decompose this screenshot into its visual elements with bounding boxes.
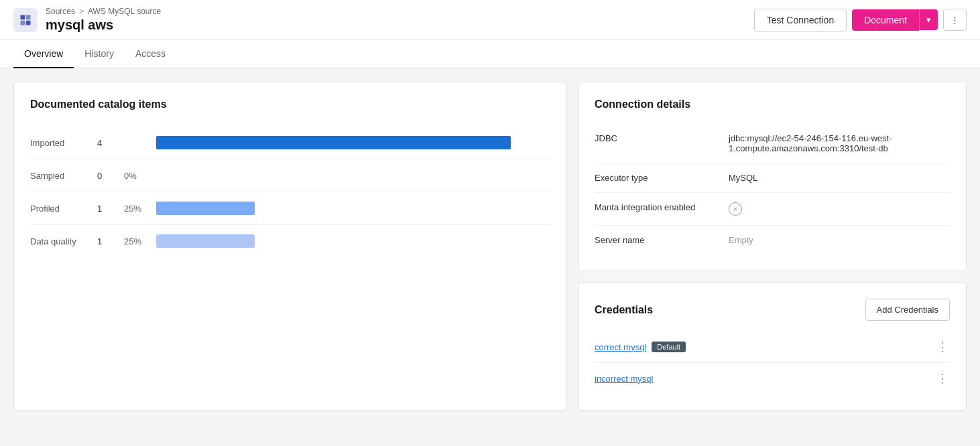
breadcrumb: Sources > AWS MySQL source [46, 7, 161, 16]
detail-value-jdbc: jdbc:mysql://ec2-54-246-154-116.eu-west-… [729, 133, 950, 153]
credentials-title: Credentials [595, 304, 653, 316]
credentials-header: Credentials Add Credentials [595, 299, 950, 321]
metric-row-dataquality: Data quality 1 25% [30, 225, 550, 257]
chevron-down-icon: ▾ [926, 15, 931, 25]
manta-x-icon: × [729, 202, 742, 216]
metric-row-profiled: Profiled 1 25% [30, 192, 550, 225]
metric-bar-dataquality-container [156, 234, 550, 248]
tab-access[interactable]: Access [125, 40, 176, 68]
detail-value-server: Empty [729, 235, 753, 245]
svg-rect-0 [21, 15, 25, 19]
detail-row-executor: Executor type MySQL [595, 163, 950, 193]
detail-value-manta: × [729, 202, 742, 216]
metric-row-sampled: Sampled 0 0% [30, 159, 550, 192]
metric-bar-imported-container [156, 136, 550, 149]
credential-item-correct-mysql-left: correct mysql Default [595, 342, 686, 352]
breadcrumb-separator: > [79, 7, 84, 16]
svg-rect-2 [21, 20, 25, 25]
credential-default-badge: Default [652, 342, 686, 352]
credential-menu-icon-correct[interactable]: ⋮ [936, 340, 950, 354]
metric-label-imported: Imported [30, 138, 97, 148]
detail-label-manta: Manta integration enabled [595, 202, 729, 216]
add-credentials-button[interactable]: Add Credentials [865, 299, 951, 321]
metric-bar-profiled [156, 202, 255, 215]
metric-bar-imported [156, 136, 511, 149]
app-logo-icon [13, 8, 38, 32]
more-options-button[interactable]: ⋮ [943, 9, 967, 31]
metric-bar-profiled-container [156, 202, 550, 215]
connection-details-card: Connection details JDBC jdbc:mysql://ec2… [578, 82, 967, 271]
documented-catalog-panel: Documented catalog items Imported 4 Samp… [13, 82, 567, 411]
detail-label-executor: Executor type [595, 173, 729, 183]
credential-item-correct-mysql: correct mysql Default ⋮ [595, 331, 950, 363]
metric-value-imported: 4 [97, 138, 124, 148]
detail-row-server: Server name Empty [595, 226, 950, 254]
svg-rect-1 [26, 15, 31, 19]
right-panel: Connection details JDBC jdbc:mysql://ec2… [578, 82, 967, 411]
metric-value-profiled: 1 [97, 204, 124, 214]
credential-item-incorrect-mysql: incorrect mysql ⋮ [595, 363, 950, 394]
document-chevron-button[interactable]: ▾ [919, 9, 938, 30]
detail-value-executor: MySQL [729, 173, 757, 183]
title-block: Sources > AWS MySQL source mysql aws [46, 7, 161, 33]
metric-row-imported: Imported 4 [30, 127, 550, 159]
header: Sources > AWS MySQL source mysql aws Tes… [0, 0, 980, 40]
breadcrumb-parent[interactable]: Sources [46, 7, 75, 16]
document-button-group: Document ▾ [852, 9, 938, 31]
metric-label-profiled: Profiled [30, 204, 97, 214]
credential-name-correct-mysql[interactable]: correct mysql [595, 342, 646, 352]
ellipsis-icon: ⋮ [951, 15, 959, 25]
metric-label-dataquality: Data quality [30, 236, 97, 246]
metric-value-dataquality: 1 [97, 236, 124, 246]
metric-label-sampled: Sampled [30, 171, 97, 181]
detail-label-jdbc: JDBC [595, 133, 729, 153]
metric-pct-dataquality: 25% [124, 236, 151, 246]
tab-history[interactable]: History [74, 40, 125, 68]
detail-label-server: Server name [595, 235, 729, 245]
page-title: mysql aws [46, 17, 161, 33]
credential-item-incorrect-mysql-left: incorrect mysql [595, 374, 653, 384]
header-left: Sources > AWS MySQL source mysql aws [13, 7, 161, 33]
detail-row-manta: Manta integration enabled × [595, 193, 950, 226]
metric-pct-profiled: 25% [124, 204, 151, 214]
detail-row-jdbc: JDBC jdbc:mysql://ec2-54-246-154-116.eu-… [595, 124, 950, 163]
connection-details-title: Connection details [595, 98, 950, 110]
credential-name-incorrect-mysql[interactable]: incorrect mysql [595, 374, 653, 384]
metric-pct-sampled: 0% [124, 171, 151, 181]
tab-overview[interactable]: Overview [13, 40, 74, 68]
credentials-card: Credentials Add Credentials correct mysq… [578, 282, 967, 411]
document-button[interactable]: Document [852, 9, 919, 31]
metric-value-sampled: 0 [97, 171, 124, 181]
credential-menu-icon-incorrect[interactable]: ⋮ [936, 371, 950, 386]
header-right: Test Connection Document ▾ ⋮ [754, 9, 967, 31]
tabs-bar: Overview History Access [0, 40, 980, 68]
catalog-panel-title: Documented catalog items [30, 98, 550, 110]
metric-bar-dataquality [156, 234, 255, 248]
main-content: Documented catalog items Imported 4 Samp… [0, 68, 980, 424]
breadcrumb-current: AWS MySQL source [88, 7, 161, 16]
metric-bar-sampled-container [156, 169, 550, 182]
test-connection-button[interactable]: Test Connection [754, 9, 847, 31]
svg-rect-3 [26, 20, 31, 25]
